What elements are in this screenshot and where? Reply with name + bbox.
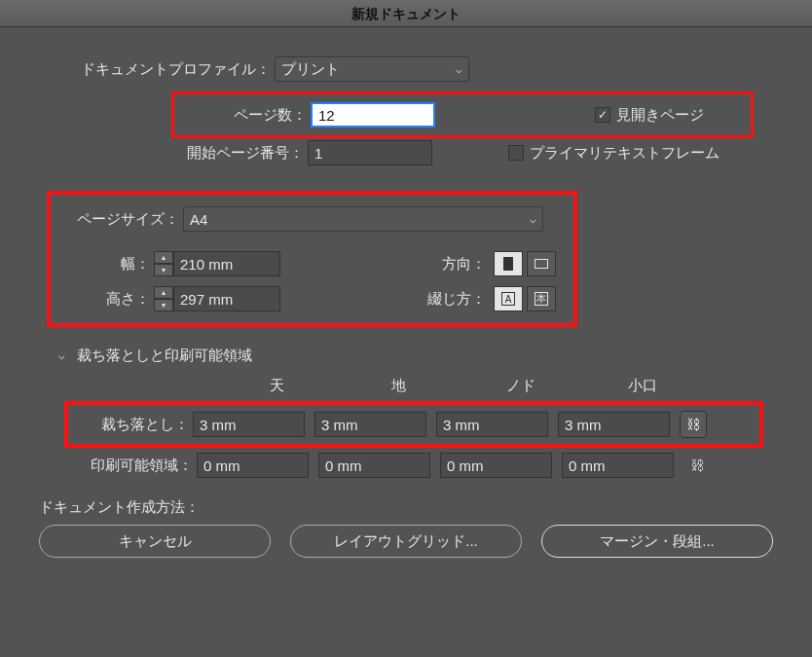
facing-pages-label: 見開きページ — [616, 106, 704, 125]
bleed-inside-input[interactable]: 3 mm — [436, 412, 548, 437]
create-method-label: ドキュメント作成方法： — [39, 498, 793, 517]
start-page-input[interactable]: 1 — [308, 140, 432, 165]
chevron-down-icon: ⌵ — [530, 213, 536, 226]
facing-pages-checkbox[interactable] — [595, 107, 610, 123]
slug-outside-input[interactable]: 0 mm — [562, 453, 674, 478]
link-icon[interactable]: ⛓ — [680, 411, 707, 438]
unlink-icon[interactable]: ⛓̸ — [683, 452, 711, 479]
bleed-bottom-input[interactable]: 3 mm — [314, 412, 426, 437]
window-title: 新規ドキュメント — [0, 0, 812, 27]
start-page-label: 開始ページ番号： — [171, 144, 308, 163]
layout-grid-button[interactable]: レイアウトグリッド... — [290, 525, 522, 558]
profile-value: プリント — [281, 60, 340, 79]
slug-top-input[interactable]: 0 mm — [197, 453, 309, 478]
width-input[interactable]: 210 mm — [173, 251, 280, 276]
pages-input[interactable]: 12 — [311, 102, 435, 128]
slug-inside-input[interactable]: 0 mm — [440, 453, 552, 478]
bleed-section-label: 裁ち落としと印刷可能領域 — [77, 347, 252, 365]
binding-rtl-button[interactable]: 本 — [527, 286, 556, 311]
profile-select[interactable]: プリント ⌵ — [275, 56, 469, 82]
bleed-column-headers: 天 地 ノド 小口 — [216, 377, 793, 395]
bleed-outside-input[interactable]: 3 mm — [558, 412, 670, 437]
orientation-label: 方向： — [442, 255, 490, 274]
profile-label: ドキュメントプロファイル： — [35, 60, 275, 79]
page-size-label: ページサイズ： — [60, 210, 183, 229]
bleed-label: 裁ち落とし： — [78, 416, 193, 434]
height-stepper[interactable]: ▴▾ — [154, 286, 173, 311]
pages-label: ページ数： — [182, 106, 311, 125]
margin-columns-button[interactable]: マージン・段組... — [541, 525, 773, 558]
page-size-value: A4 — [190, 211, 207, 228]
binding-ltr-button[interactable]: A — [494, 286, 523, 311]
height-input[interactable]: 297 mm — [173, 286, 280, 311]
primary-text-checkbox[interactable] — [508, 145, 524, 161]
orientation-portrait-button[interactable] — [494, 251, 523, 276]
primary-text-label: プライマリテキストフレーム — [530, 144, 720, 163]
disclosure-icon[interactable]: ⌵ — [58, 349, 65, 362]
slug-label: 印刷可能領域： — [64, 456, 197, 475]
orientation-landscape-button[interactable] — [527, 251, 556, 276]
page-size-select[interactable]: A4 ⌵ — [183, 206, 543, 232]
width-stepper[interactable]: ▴▾ — [154, 251, 173, 276]
height-label: 高さ： — [60, 290, 154, 309]
cancel-button[interactable]: キャンセル — [39, 525, 271, 558]
width-label: 幅： — [60, 255, 154, 274]
binding-label: 綴じ方： — [427, 290, 490, 309]
slug-bottom-input[interactable]: 0 mm — [318, 453, 430, 478]
chevron-down-icon: ⌵ — [456, 63, 462, 76]
bleed-top-input[interactable]: 3 mm — [193, 412, 305, 437]
